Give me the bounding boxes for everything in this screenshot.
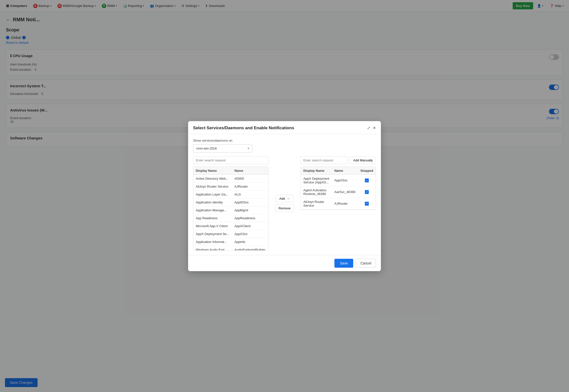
name-cell: AppXSvc [332,174,358,186]
modal-header: Select Services/Daemons and Enable Notif… [188,121,381,134]
table-row[interactable]: Microsoft App-V ClientAppVClient [193,222,268,230]
stopped-checkbox[interactable] [365,202,369,206]
display-name-cell: AllJoyn Router Service [301,198,332,209]
name-cell: AppReadiness [232,214,268,222]
display-name-cell: AppX Deployment Se... [193,230,232,238]
add-manually-button[interactable]: Add Manually [350,156,376,164]
stopped-cell [358,174,376,186]
right-col-stopped: Stopped [358,167,376,175]
display-name-cell: AppX Deployment Service (AppXS... [301,174,332,186]
modal-cancel-button[interactable]: Cancel [356,259,376,268]
two-column-layout: Display Name Name Active Directory Web..… [193,156,376,251]
left-service-table: Display Name Name Active Directory Web..… [193,167,268,251]
modal-title: Select Services/Daemons and Enable Notif… [193,126,294,131]
modal-header-icons: ⤢ ✕ [367,126,376,130]
stopped-cell [358,198,376,209]
name-cell: AppXSvc [232,230,268,238]
name-cell: AJRouter [232,182,268,190]
table-row[interactable]: AllJoyn Router ServiceAJRouter [301,198,376,209]
left-search-input[interactable] [193,156,268,164]
add-button[interactable]: Add → [276,195,293,202]
right-table-wrapper: Display Name Name Stopped AppX Deploymen… [301,167,376,210]
table-row[interactable]: Agent Activation Runtime_46390AarSvc_463… [301,186,376,198]
table-row[interactable]: Windows Audio End...AudioEndpointBuilder [193,246,268,251]
display-name-cell: Microsoft App-V Client [193,222,232,230]
selected-computer-value: rmm-win-2016 [196,147,217,150]
name-cell: Appinfo [232,238,268,246]
name-cell: ALG [232,190,268,198]
table-row[interactable]: App ReadinessAppReadiness [193,214,268,222]
stopped-checkbox[interactable] [365,190,369,194]
right-col-display: Display Name [301,167,332,175]
display-name-cell: Application Layer Ga... [193,190,232,198]
table-row[interactable]: Active Directory Web...ADWS [193,174,268,182]
left-table-wrapper: Display Name Name Active Directory Web..… [193,167,268,251]
left-col-name: Name [232,167,268,175]
name-cell: AJRouter [332,198,358,209]
arrow-right-icon: → [286,197,290,200]
name-cell: AudioEndpointBuilder [232,246,268,251]
display-name-cell: Active Directory Web... [193,174,232,182]
right-search-row: Add Manually [301,156,376,164]
modal-body: Show services/daemons on rmm-win-2016 ▾ … [188,134,381,255]
name-cell: AppIDSvc [232,198,268,206]
add-remove-column: Add → Remove [272,156,297,251]
table-row[interactable]: AllJoyn Router ServiceAJRouter [193,182,268,190]
chevron-down-icon: ▾ [248,147,249,150]
modal-expand-button[interactable]: ⤢ [367,126,370,130]
name-cell: AarSvc_46390 [332,186,358,198]
right-service-table: Display Name Name Stopped AppX Deploymen… [301,167,376,210]
remove-button[interactable]: Remove [275,204,294,212]
modal-dialog: Select Services/Daemons and Enable Notif… [188,121,381,271]
modal-close-button[interactable]: ✕ [373,126,376,130]
table-row[interactable]: AppX Deployment Se...AppXSvc [193,230,268,238]
left-col-display: Display Name [193,167,232,175]
table-row[interactable]: AppX Deployment Service (AppXS...AppXSvc [301,174,376,186]
name-cell: AppVClient [232,222,268,230]
table-row[interactable]: Application Layer Ga...ALG [193,190,268,198]
show-services-label: Show services/daemons on [193,139,376,142]
right-col-name: Name [332,167,358,175]
display-name-cell: Agent Activation Runtime_46390 [301,186,332,198]
stopped-cell [358,186,376,198]
display-name-cell: Application Informat... [193,238,232,246]
right-search-input[interactable] [301,156,348,164]
left-panel: Display Name Name Active Directory Web..… [193,156,268,251]
table-row[interactable]: Application IdentityAppIDSvc [193,198,268,206]
display-name-cell: App Readiness [193,214,232,222]
display-name-cell: Windows Audio End... [193,246,232,251]
display-name-cell: AllJoyn Router Service [193,182,232,190]
name-cell: AppMgmt [232,206,268,214]
table-row[interactable]: Application Manage...AppMgmt [193,206,268,214]
name-cell: ADWS [232,174,268,182]
modal-overlay: Select Services/Daemons and Enable Notif… [0,0,569,392]
computer-dropdown[interactable]: rmm-win-2016 ▾ [193,144,252,152]
modal-footer: Save Cancel [188,255,381,271]
stopped-checkbox-partial[interactable] [365,178,369,182]
modal-save-button[interactable]: Save [334,259,353,268]
display-name-cell: Application Identity [193,198,232,206]
right-panel: Add Manually Display Name Name Stopped [301,156,376,251]
table-row[interactable]: Application Informat...Appinfo [193,238,268,246]
display-name-cell: Application Manage... [193,206,232,214]
